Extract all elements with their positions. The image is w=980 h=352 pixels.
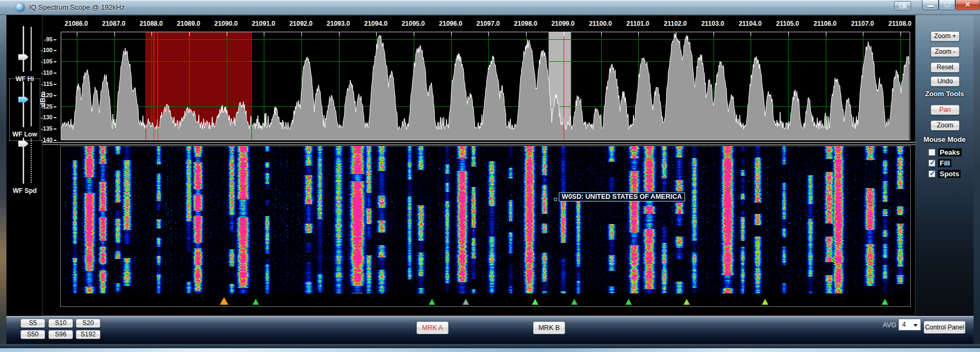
wf-spd-slider[interactable]: WF Spd (10, 135, 40, 197)
marker-a-button[interactable]: MRK A (416, 321, 449, 334)
window-border-bottom (0, 344, 980, 348)
spot-marker-icon[interactable] (571, 299, 578, 305)
close-button[interactable]: ✕ (955, 0, 980, 10)
zoom-tools-label: Zoom Tools (916, 90, 974, 98)
avg-selected-value: 4 (902, 321, 906, 328)
minimize-button[interactable] (922, 0, 939, 10)
wf-low-slider-thumb[interactable] (18, 97, 28, 103)
spot-marker-icon[interactable] (429, 299, 435, 305)
reset-button[interactable]: Reset (931, 62, 960, 73)
client-area: WF Hi WF Low WF Spd 21086.021087.021088.… (6, 15, 974, 316)
spot-marker-icon[interactable] (762, 299, 768, 305)
wf-hi-slider[interactable]: WF Hi (10, 24, 40, 85)
freq-tick-label: 21093.0 (327, 20, 350, 27)
freq-tick-label: 21092.0 (289, 20, 312, 27)
span-96khz-button[interactable]: S96 (48, 330, 73, 339)
maximize-button[interactable] (939, 0, 955, 10)
slider-track (23, 81, 24, 127)
spot-marker-icon[interactable] (882, 299, 888, 305)
dbm-tick-label: -105 (41, 58, 56, 64)
freq-tick-label: 21105.0 (776, 20, 799, 27)
wf-hi-slider-thumb[interactable] (18, 54, 28, 60)
freq-tick-label: 21098.0 (514, 20, 537, 27)
pan-mode-button[interactable]: Pan (931, 105, 960, 115)
spectrum-plot[interactable] (61, 32, 910, 140)
spots-checkbox-label: Spots (938, 170, 961, 178)
waterfall-canvas[interactable] (61, 146, 910, 293)
window-border-right (974, 15, 980, 348)
panel-separator (42, 142, 916, 143)
wf-spd-label: WF Spd (10, 187, 40, 195)
span-50khz-button[interactable]: S50 (20, 330, 45, 339)
zoom-out-button[interactable]: Zoom - (931, 47, 960, 57)
spot-marker-icon[interactable] (253, 299, 259, 305)
spectrum-canvas[interactable] (61, 32, 910, 140)
dbm-tick-label: -135 (41, 125, 56, 132)
zoom-mode-button[interactable]: Zoom (931, 120, 960, 131)
spot-marker-icon[interactable] (463, 299, 469, 305)
freq-tick-label: 21096.0 (439, 20, 462, 27)
dbm-tick-label: -120 (41, 92, 56, 98)
freq-tick-label: 21089.0 (177, 20, 200, 27)
freq-tick-label: 21090.0 (214, 20, 237, 27)
check-icon: ✓ (929, 159, 935, 167)
wf-low-slider[interactable]: WF Low (10, 79, 40, 140)
checkbox-box[interactable]: ✓ (928, 170, 935, 177)
dbm-axis: dBm -95-100-105-110-115-120-125-130-135-… (42, 32, 61, 140)
zoom-in-button[interactable]: Zoom + (931, 31, 960, 41)
spot-marker-icon[interactable] (220, 297, 228, 305)
window-layout-button[interactable] (894, 1, 911, 11)
freq-tick-label: 21097.0 (477, 20, 500, 27)
title-bar: IQ Spectrum Scope @ 192kHz ✕ (0, 0, 980, 15)
marker-b-button[interactable]: MRK B (533, 321, 565, 334)
window-title: IQ Spectrum Scope @ 192kHz (29, 3, 125, 11)
freq-tick-label: 21087.0 (102, 20, 125, 27)
slider-ticks (31, 27, 32, 71)
span-10khz-button[interactable]: S10 (48, 319, 73, 328)
spot-handle[interactable] (554, 198, 557, 201)
app-window: IQ Spectrum Scope @ 192kHz ✕ WF Hi (0, 0, 980, 352)
dbm-tick-label: -115 (41, 81, 56, 87)
bottom-toolbar: S5 S10 S20 S50 S96 S192 MRK A MRK B AVG … (6, 316, 974, 344)
freq-tick-label: 21099.0 (551, 20, 574, 27)
frequency-axis: 21086.021087.021088.021089.021090.021091… (42, 20, 916, 28)
window-layout-icon (899, 4, 906, 8)
maximize-icon (945, 2, 950, 7)
freq-tick-label: 21107.0 (851, 20, 874, 27)
window-border-left (0, 15, 6, 348)
checkbox-box[interactable]: ✓ (928, 149, 935, 156)
spot-tooltip: W0SD: UNITED STATES OF AMERICA (559, 192, 685, 202)
fill-checkbox-label: Fill (938, 159, 952, 167)
avg-select[interactable]: 4 (898, 319, 921, 331)
freq-tick-label: 21100.0 (589, 20, 612, 27)
minimize-icon (927, 5, 934, 7)
span-5khz-button[interactable]: S5 (20, 319, 45, 328)
wf-spd-slider-thumb[interactable] (18, 141, 28, 147)
slider-ticks (31, 139, 32, 183)
peaks-checkbox-label: Peaks (938, 148, 962, 156)
freq-tick-label: 21095.0 (401, 20, 424, 27)
waterfall-panel[interactable]: W0SD: UNITED STATES OF AMERICA (60, 146, 911, 307)
span-20khz-button[interactable]: S20 (76, 319, 100, 328)
span-192khz-button[interactable]: S192 (76, 330, 100, 339)
dbm-tick-label: -100 (41, 47, 56, 53)
right-control-rail: Zoom + Zoom - Reset Undo Zoom Tools Pan … (916, 15, 974, 316)
panel-separator (42, 144, 916, 145)
spot-marker-icon[interactable] (683, 299, 690, 305)
waterfall-slider-rail: WF Hi WF Low WF Spd (6, 15, 42, 316)
freq-tick-label: 21104.0 (739, 20, 762, 27)
spot-marker-icon[interactable] (532, 299, 538, 305)
undo-button[interactable]: Undo (931, 76, 960, 87)
dbm-tick-label: -130 (41, 114, 56, 120)
scope-display: 21086.021087.021088.021089.021090.021091… (42, 15, 916, 316)
control-panel-button[interactable]: Control Panel (924, 321, 965, 334)
mouse-mode-label: Mouse Mode (916, 135, 974, 143)
checkbox-box[interactable]: ✓ (928, 160, 935, 167)
freq-tick-label: 21106.0 (813, 20, 837, 27)
spot-marker-icon[interactable] (625, 299, 632, 305)
slider-track (23, 26, 24, 72)
dbm-tick-label: -125 (41, 103, 56, 110)
freq-tick-label: 21108.0 (889, 20, 912, 27)
freq-tick-label: 21091.0 (252, 20, 275, 27)
freq-tick-label: 21088.0 (140, 20, 163, 27)
